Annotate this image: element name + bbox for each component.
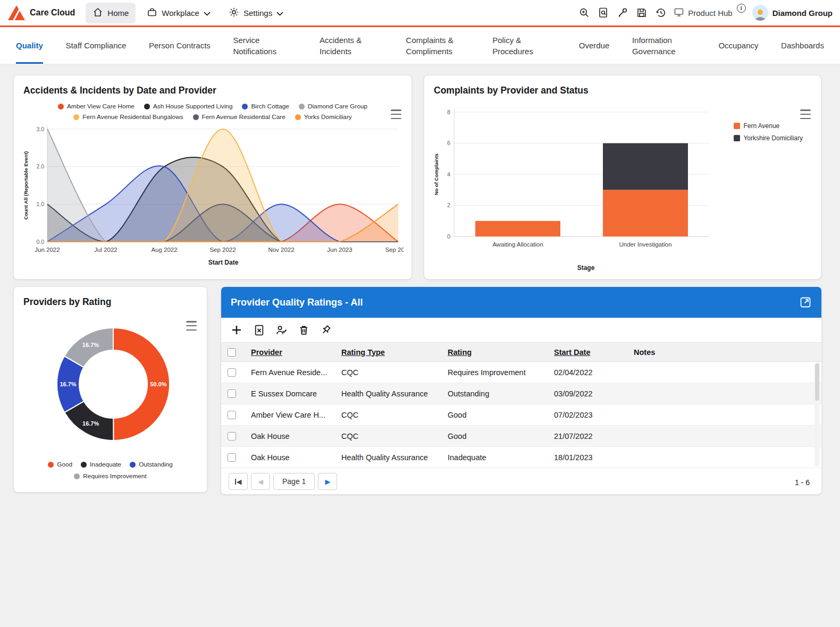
table-row[interactable]: Oak HouseHealth Quality AssuranceInadequ… — [221, 447, 821, 468]
chart-menu-icon[interactable] — [799, 108, 812, 120]
tools-icon[interactable] — [613, 4, 632, 22]
chart-menu-icon[interactable] — [184, 320, 198, 332]
current-page-button[interactable]: Page 1 — [273, 473, 315, 490]
tab-label: Dashboards — [781, 40, 824, 51]
legend-item[interactable]: Diamond Care Group — [299, 103, 367, 110]
product-hub-button[interactable]: Product Hub — [674, 7, 732, 19]
account-name[interactable]: Diamond Group — [772, 9, 833, 18]
legend-item[interactable]: Fern Avenue — [734, 122, 803, 130]
export-excel-button[interactable] — [249, 320, 269, 340]
tab-bar: QualityStaff CompliancePerson ContractsS… — [0, 27, 840, 64]
cell-rating-type: CQC — [335, 362, 441, 383]
row-checkbox-cell — [221, 383, 245, 404]
history-icon[interactable] — [651, 4, 670, 22]
tab-accidents-incidents[interactable]: Accidents & Incidents — [320, 27, 383, 64]
expand-icon[interactable] — [799, 296, 812, 309]
legend-item[interactable]: Amber View Care Home — [58, 103, 135, 110]
row-checkbox[interactable] — [228, 389, 236, 398]
tab-policy-procedures[interactable]: Policy & Procedures — [492, 27, 556, 64]
tab-person-contracts[interactable]: Person Contracts — [149, 27, 211, 64]
tab-staff-compliance[interactable]: Staff Compliance — [65, 27, 126, 64]
save-icon[interactable] — [632, 4, 651, 22]
assign-user-button[interactable] — [271, 320, 291, 340]
row-checkbox-cell — [221, 426, 245, 447]
tab-quality[interactable]: Quality — [16, 27, 43, 64]
chart-menu-icon[interactable] — [389, 108, 403, 120]
nav-settings-label: Settings — [243, 9, 272, 18]
legend-item[interactable]: Outstanding — [130, 461, 173, 468]
legend-swatch — [81, 462, 87, 468]
svg-text:0.0: 0.0 — [36, 239, 44, 245]
select-all-checkbox[interactable] — [228, 348, 236, 357]
tab-service-notifications[interactable]: Service Notifications — [233, 27, 297, 64]
legend-swatch — [242, 104, 248, 109]
cell-notes — [627, 426, 821, 447]
tab-complaints-compliments[interactable]: Complaints & Compliments — [406, 27, 470, 64]
delete-button[interactable] — [293, 320, 314, 340]
legend-item[interactable]: Birch Cottage — [242, 103, 289, 110]
cell-provider: E Sussex Domcare — [245, 383, 335, 404]
avatar[interactable] — [752, 5, 768, 21]
row-checkbox[interactable] — [228, 411, 236, 419]
svg-text:50.0%: 50.0% — [150, 381, 166, 387]
table-row[interactable]: Oak HouseCQCGood21/07/2022 — [221, 426, 821, 447]
tab-overdue[interactable]: Overdue — [579, 27, 610, 64]
row-checkbox-cell — [221, 404, 245, 426]
audit-search-icon[interactable] — [594, 4, 613, 22]
svg-text:6: 6 — [447, 140, 450, 146]
legend-item[interactable]: Fern Avenue Residential Care — [193, 113, 285, 121]
column-header-label[interactable]: Start Date — [554, 348, 591, 357]
table-header-row: ProviderRating TypeRatingStart DateNotes — [221, 343, 821, 362]
pin-button[interactable] — [316, 320, 336, 340]
nav-home[interactable]: Home — [86, 3, 136, 23]
column-header-label[interactable]: Provider — [251, 348, 282, 357]
column-header-label[interactable]: Rating Type — [341, 348, 385, 357]
cell-rating-type: CQC — [335, 426, 441, 447]
brand-name: Care Cloud — [30, 8, 75, 18]
legend-label: Fern Avenue Residential Bungalows — [82, 113, 183, 121]
legend-item[interactable]: Good — [48, 461, 72, 468]
svg-text:No of Complaints: No of Complaints — [433, 154, 439, 196]
add-button[interactable] — [226, 320, 247, 340]
svg-text:Sep 2022: Sep 2022 — [209, 247, 236, 253]
legend-item[interactable]: Fern Avenue Residential Bungalows — [73, 113, 183, 121]
legend-item[interactable]: Ash House Supported Living — [144, 103, 233, 110]
tab-label: Service Notifications — [233, 35, 297, 57]
legend-item[interactable]: Inadequate — [81, 461, 121, 468]
product-hub-label: Product Hub — [688, 9, 732, 18]
tab-label: Person Contracts — [149, 40, 211, 51]
first-page-button[interactable]: ◀ — [229, 473, 248, 490]
column-header-start-date[interactable]: Start Date — [548, 343, 627, 362]
tab-dashboards[interactable]: Dashboards — [781, 27, 824, 64]
legend-item[interactable]: Requires Improvement — [74, 472, 146, 480]
table-scrollbar[interactable] — [814, 362, 820, 467]
legend-label: Ash House Supported Living — [153, 103, 233, 110]
complaints-chart-card: Complaints by Provider and Status 02468A… — [424, 75, 821, 279]
tab-information-governance[interactable]: Information Governance — [632, 27, 696, 64]
cell-provider: Fern Avenue Reside... — [245, 362, 335, 383]
row-checkbox[interactable] — [228, 368, 236, 377]
tab-occupancy[interactable]: Occupancy — [718, 27, 758, 64]
table-row[interactable]: E Sussex DomcareHealth Quality Assurance… — [221, 383, 821, 404]
legend-item[interactable]: Yorkshire Domiciliary — [734, 134, 803, 142]
row-checkbox[interactable] — [228, 432, 236, 440]
legend-item[interactable]: Yorks Domiciliary — [295, 113, 352, 121]
column-header-rating[interactable]: Rating — [441, 343, 548, 362]
table-row[interactable]: Fern Avenue Reside...CQCRequires Improve… — [221, 362, 821, 383]
incidents-x-axis-title: Start Date — [22, 259, 404, 266]
table-row[interactable]: Amber View Care H...CQCGood07/02/2023 — [221, 404, 821, 426]
info-badge-icon[interactable]: i — [737, 4, 746, 13]
scrollbar-thumb[interactable] — [815, 363, 819, 401]
column-header-provider[interactable]: Provider — [245, 343, 335, 362]
nav-settings[interactable]: Settings — [222, 3, 290, 23]
next-page-button[interactable]: ▶ — [318, 473, 337, 490]
complaints-x-axis-title: Stage — [433, 264, 720, 272]
legend-label: Fern Avenue — [743, 122, 779, 130]
previous-page-button[interactable]: ◀ — [251, 473, 270, 490]
row-checkbox[interactable] — [228, 453, 236, 462]
zoom-in-icon[interactable] — [575, 4, 594, 22]
column-header-rating-type[interactable]: Rating Type — [335, 343, 441, 362]
column-header-label[interactable]: Rating — [448, 348, 472, 357]
care-cloud-logo[interactable] — [7, 5, 26, 21]
nav-workplace[interactable]: Workplace — [140, 3, 217, 23]
